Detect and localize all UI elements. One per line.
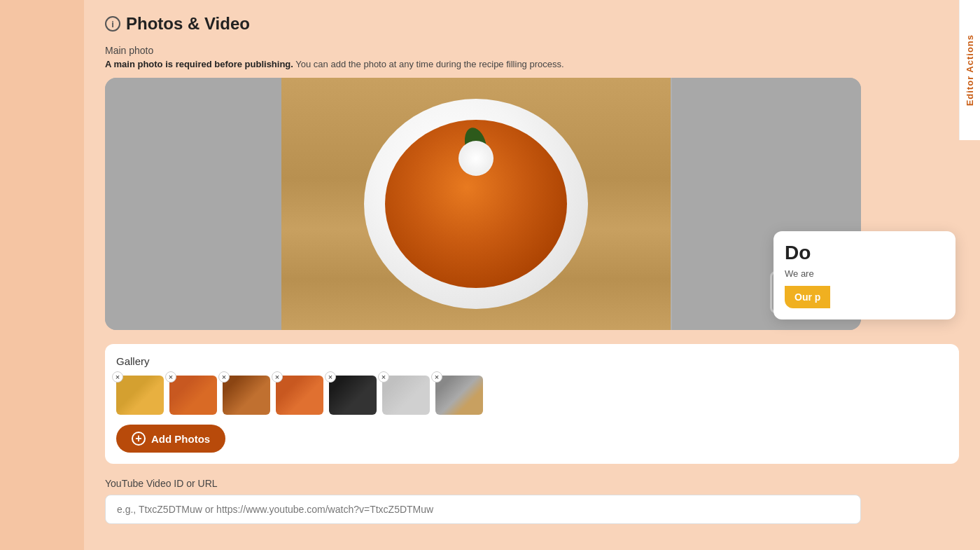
- remove-thumbnail-2[interactable]: ×: [165, 371, 176, 383]
- thumbnail-image-6: [382, 376, 430, 415]
- main-photo-area[interactable]: [105, 78, 861, 330]
- popup-card-title: Do: [785, 242, 944, 264]
- add-photos-button[interactable]: + Add Photos: [116, 425, 225, 453]
- thumbnail-image-5: [329, 376, 377, 415]
- youtube-section: YouTube Video ID or URL: [105, 478, 959, 524]
- gallery-thumbnail-1: ×: [116, 376, 164, 415]
- right-sidebar: Editor Actions Do We are Our p: [913, 0, 980, 550]
- remove-thumbnail-7[interactable]: ×: [431, 371, 442, 383]
- remove-thumbnail-3[interactable]: ×: [218, 371, 230, 383]
- gallery-thumbnail-7: ×: [435, 376, 483, 415]
- remove-thumbnail-1[interactable]: ×: [112, 371, 123, 383]
- main-photo-description: A main photo is required before publishi…: [105, 59, 959, 69]
- section-title: Photos & Video: [126, 14, 250, 34]
- thumbnail-image-4: [276, 376, 323, 415]
- gallery-thumbnail-6: ×: [382, 376, 430, 415]
- gallery-thumbnail-3: ×: [223, 376, 270, 415]
- popup-card: Do We are Our p: [774, 231, 955, 319]
- remove-thumbnail-6[interactable]: ×: [378, 371, 389, 383]
- plus-circle-icon: +: [132, 432, 146, 446]
- thumbnail-image-7: [435, 376, 483, 415]
- editor-actions-tab[interactable]: Editor Actions: [959, 0, 980, 140]
- info-icon: i: [105, 16, 120, 32]
- section-header: i Photos & Video: [105, 14, 959, 34]
- remove-thumbnail-4[interactable]: ×: [272, 371, 283, 383]
- popup-card-subtitle-line1: We are: [785, 268, 944, 279]
- soup-photo: [281, 78, 671, 330]
- gallery-thumbnail-4: ×: [276, 376, 323, 415]
- main-photo-label: Main photo: [105, 45, 959, 56]
- gallery-thumbnails: × × × × × ×: [116, 376, 948, 415]
- editor-actions-label: Editor Actions: [965, 34, 975, 106]
- gallery-thumbnail-5: ×: [329, 376, 377, 415]
- thumbnail-image-2: [169, 376, 217, 415]
- youtube-url-input[interactable]: [105, 495, 861, 524]
- thumbnail-image-3: [223, 376, 270, 415]
- thumbnail-image-1: [116, 376, 164, 415]
- youtube-label: YouTube Video ID or URL: [105, 478, 959, 489]
- gallery-section: Gallery × × × × × ×: [105, 344, 959, 464]
- gallery-label: Gallery: [116, 355, 948, 367]
- photo-left-placeholder: [105, 78, 281, 330]
- gallery-thumbnail-2: ×: [169, 376, 217, 415]
- add-photos-label: Add Photos: [151, 433, 210, 445]
- remove-thumbnail-5[interactable]: ×: [325, 371, 336, 383]
- popup-card-cta[interactable]: Our p: [785, 286, 830, 308]
